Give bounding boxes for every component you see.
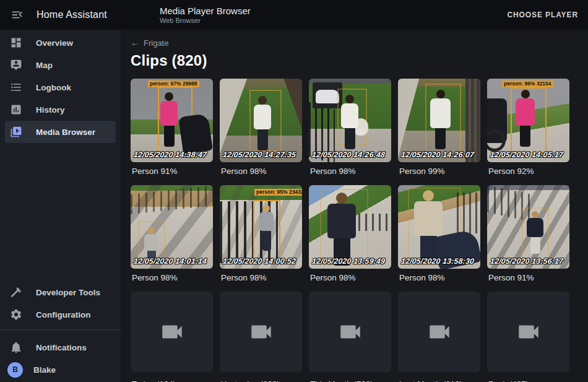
- back-arrow-icon: ←: [131, 38, 139, 48]
- list-icon: [10, 81, 22, 93]
- choose-player-button[interactable]: CHOOSE PLAYER: [497, 11, 588, 19]
- video-camera-icon: [337, 319, 363, 345]
- panel-title: Media Player Browser: [160, 6, 251, 17]
- clip-thumbnail[interactable]: 12/05/2020 13:58:30: [398, 185, 480, 269]
- clip-caption: Person 98%: [221, 167, 301, 176]
- sidebar-item-label: Logbook: [36, 83, 71, 92]
- chart-icon: [10, 103, 22, 116]
- sidebar-item-media-browser[interactable]: Media Browser: [5, 121, 116, 143]
- clip-caption: Person 92%: [488, 167, 568, 176]
- folder-item-back[interactable]: Back (427): [487, 292, 569, 382]
- topbar-left: Home Assistant: [0, 8, 121, 22]
- sidebar-item-map[interactable]: Map: [5, 54, 116, 76]
- sidebar-item-profile[interactable]: B Blake: [5, 358, 116, 381]
- clip-item[interactable]: 12/05/2020 14:01:14 Person 98%: [131, 185, 213, 292]
- clip-item[interactable]: person: 97% 29988 12/05/2020 14:38:47 Pe…: [131, 79, 213, 185]
- detection-label: person: 97% 29988: [148, 80, 199, 87]
- clip-item[interactable]: 12/05/2020 13:58:30 Person 98%: [398, 185, 480, 292]
- folder-thumbnail[interactable]: [398, 292, 480, 372]
- sidebar-item-overview[interactable]: Overview: [5, 32, 116, 54]
- clip-item[interactable]: person: 95% 23432 12/05/2020 14:00:52 Pe…: [220, 185, 302, 292]
- clip-thumbnail[interactable]: 12/05/2020 13:59:49: [309, 185, 391, 269]
- clip-item[interactable]: 12/05/2020 13:59:49 Person 98%: [309, 185, 391, 292]
- clip-caption: Person 99%: [399, 167, 479, 176]
- clip-thumbnail[interactable]: 12/05/2020 13:56:17: [487, 185, 569, 269]
- video-camera-icon: [426, 319, 452, 345]
- person-figure: [430, 90, 451, 149]
- folder-item-today[interactable]: Today (164): [131, 292, 213, 382]
- hammer-icon: [10, 286, 22, 298]
- person-figure: [160, 92, 178, 147]
- clip-item[interactable]: person: 96% 32154 12/05/2020 14:05:17 Pe…: [487, 79, 569, 185]
- railing-shape: [465, 79, 480, 162]
- person-figure: [254, 96, 271, 150]
- panel-header: Media Player Browser Web Browser: [121, 6, 251, 25]
- clip-item[interactable]: 12/05/2020 14:27:35 Person 98%: [220, 79, 302, 185]
- clip-timestamp: 12/05/2020 14:27:35: [222, 150, 296, 159]
- detection-label: person: 95% 23432: [254, 189, 302, 196]
- clip-timestamp: 12/05/2020 14:26:07: [400, 150, 474, 159]
- dashboard-icon: [10, 37, 22, 49]
- stroller-shape: [178, 113, 213, 154]
- sidebar-item-label: History: [36, 105, 65, 115]
- clip-thumbnail[interactable]: 12/05/2020 14:27:35: [220, 79, 302, 162]
- sidebar-item-label: Notifications: [36, 343, 87, 352]
- app-title: Home Assistant: [37, 9, 107, 20]
- person-figure: [414, 190, 443, 263]
- sidebar-item-history[interactable]: History: [5, 98, 116, 121]
- sidebar-item-configuration[interactable]: Configuration: [5, 303, 116, 326]
- media-browser-icon: [10, 126, 22, 138]
- folder-thumbnail[interactable]: [309, 292, 391, 372]
- clip-timestamp: 12/05/2020 13:58:30: [400, 257, 474, 266]
- video-camera-icon: [516, 319, 542, 345]
- sidebar-divider: [0, 329, 121, 330]
- folder-thumbnail[interactable]: [220, 292, 302, 372]
- folder-item-this-month[interactable]: This Month (502): [309, 292, 391, 382]
- clip-thumbnail[interactable]: person: 95% 23432 12/05/2020 14:00:52: [220, 185, 302, 269]
- clip-timestamp: 12/05/2020 13:59:49: [311, 257, 385, 266]
- clips-grid: person: 97% 29988 12/05/2020 14:38:47 Pe…: [131, 79, 578, 382]
- clip-caption: Person 98%: [310, 167, 390, 176]
- folder-caption: Yesterday (209): [221, 380, 301, 382]
- top-bar: Home Assistant Media Player Browser Web …: [0, 0, 588, 30]
- avatar: B: [7, 362, 23, 378]
- sidebar-item-label: Blake: [33, 365, 56, 375]
- bell-icon: [10, 341, 22, 354]
- clip-thumbnail[interactable]: person: 96% 32154 12/05/2020 14:05:17: [487, 79, 569, 162]
- video-camera-icon: [248, 319, 274, 345]
- clip-item[interactable]: 12/05/2020 13:56:17 Person 91%: [487, 185, 569, 292]
- sidebar-item-logbook[interactable]: Logbook: [5, 76, 116, 98]
- clip-timestamp: 12/05/2020 14:26:48: [311, 150, 385, 159]
- folder-item-last-month[interactable]: Last Month (318): [398, 292, 480, 382]
- clip-caption: Person 98%: [221, 273, 301, 282]
- person-figure: [327, 193, 356, 266]
- folder-caption: This Month (502): [310, 380, 390, 382]
- breadcrumb-back[interactable]: ← Frigate: [131, 38, 168, 48]
- folder-item-yesterday[interactable]: Yesterday (209): [220, 292, 302, 382]
- breadcrumb-label: Frigate: [144, 38, 168, 48]
- clip-thumbnail[interactable]: 12/05/2020 14:01:14: [131, 185, 213, 269]
- media-browser-content: ← Frigate Clips (820) person: 97% 29988 …: [121, 30, 588, 382]
- detection-label: person: 96% 32154: [502, 80, 553, 87]
- panel-subtitle: Web Browser: [160, 17, 251, 25]
- clip-thumbnail[interactable]: 12/05/2020 14:26:07: [398, 79, 480, 162]
- sidebar-item-label: Map: [36, 61, 53, 70]
- clip-item[interactable]: 12/05/2020 14:26:48 Person 98%: [309, 79, 391, 185]
- sidebar-item-label: Overview: [36, 38, 73, 48]
- sidebar-item-notifications[interactable]: Notifications: [5, 336, 116, 358]
- menu-open-icon[interactable]: [11, 8, 24, 22]
- clip-thumbnail[interactable]: person: 97% 29988 12/05/2020 14:38:47: [131, 79, 213, 162]
- clip-item[interactable]: 12/05/2020 14:26:07 Person 99%: [398, 79, 480, 185]
- clip-timestamp: 12/05/2020 14:05:17: [490, 150, 563, 159]
- folder-caption: Back (427): [488, 380, 568, 382]
- sidebar-item-label: Media Browser: [36, 128, 95, 137]
- sidebar: Overview Map Logbook History Media Brows…: [0, 30, 121, 382]
- folder-thumbnail[interactable]: [131, 292, 213, 372]
- folder-thumbnail[interactable]: [487, 292, 569, 372]
- clip-caption: Person 91%: [488, 273, 568, 282]
- sidebar-item-developer-tools[interactable]: Developer Tools: [5, 281, 116, 303]
- clip-caption: Person 98%: [310, 273, 390, 282]
- clip-thumbnail[interactable]: 12/05/2020 14:26:48: [309, 79, 391, 162]
- sidebar-item-label: Developer Tools: [36, 288, 100, 297]
- video-camera-icon: [159, 319, 185, 345]
